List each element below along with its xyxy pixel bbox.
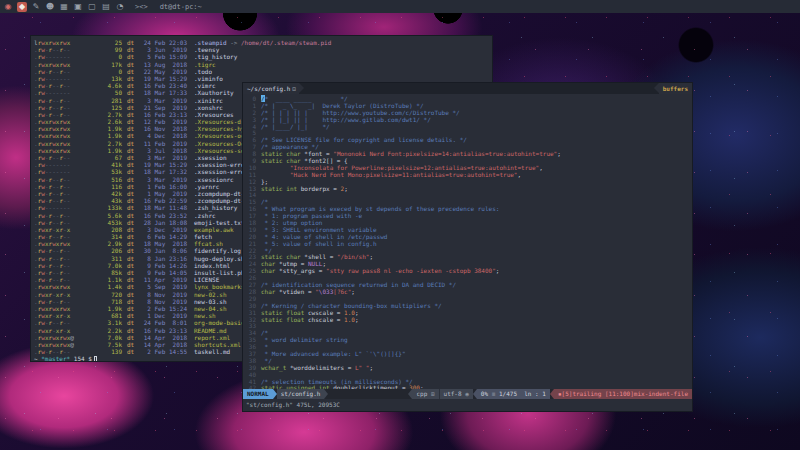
file-date: 9 Feb 14:26 — [141, 262, 187, 269]
file-owner: dt — [127, 68, 139, 75]
file-date: 3 Jun 2019 — [141, 46, 187, 53]
code-line: 32static float chscale = 1.0; — [243, 316, 692, 323]
layout-fish-symbol: ><> — [135, 3, 148, 11]
file-owner: dt — [127, 204, 139, 211]
folder-icon[interactable]: ▣ — [73, 2, 83, 12]
file-date: 8 Nov 2019 — [141, 298, 187, 305]
code-line: 9static char *font2[] = { — [243, 157, 692, 164]
file-date: 24 Feb 8:01 — [141, 319, 187, 326]
file-size: 314 — [73, 233, 122, 240]
file-name: .Xresources — [194, 111, 234, 118]
file-permissions: .rw-r--r-- — [34, 233, 73, 240]
file-date: 14 Apr 2018 — [141, 341, 187, 348]
file-permissions: .rw-r--r-- — [34, 197, 73, 204]
file-owner: dt — [127, 82, 139, 89]
code-line: 29 — [243, 295, 692, 302]
file-size: 41k — [73, 161, 122, 168]
file-permissions: .rwxrwxrwx — [34, 61, 73, 68]
user-icon[interactable]: ☻ — [45, 2, 55, 12]
file-owner: dt — [127, 168, 139, 175]
code-line: 35 * word delimiter string — [243, 336, 692, 343]
file-name: .todo — [194, 68, 212, 75]
code-area[interactable]: 0/* ____ _____ */1/* | _ \_ _| Derek Tay… — [243, 94, 692, 389]
file-permissions: .rw-r--r-- — [34, 46, 73, 53]
file-permissions: .rw-r--r-- — [34, 262, 73, 269]
file-date: 3 Mar 2019 — [141, 97, 187, 104]
file-size: 85k — [73, 269, 122, 276]
file-permissions: .rwxrwxrwx — [34, 283, 73, 290]
file-size: 1.1k — [73, 276, 122, 283]
file-size: 99 — [73, 46, 122, 53]
file-date: 21 Sep 2019 — [141, 104, 187, 111]
active-app-icon[interactable]: ◆ — [17, 2, 27, 12]
file-owner: dt — [127, 89, 139, 96]
file-owner: dt — [127, 283, 139, 290]
code-line: 22 */ — [243, 247, 692, 254]
file-size: 0 — [73, 53, 122, 60]
file-owner: dt — [127, 39, 139, 46]
file-permissions: .rw-r--r-- — [34, 68, 73, 75]
file-permissions: .rw------- — [34, 204, 73, 211]
symlink-target: /home/dt/.steam/steam.pid — [241, 39, 331, 46]
file-date: 12 Feb 2019 — [141, 118, 187, 125]
file-date: 3 Dec 2019 — [141, 226, 187, 233]
code-line: 24char *utmp = NULL; — [243, 260, 692, 267]
file-owner: dt — [127, 132, 139, 139]
top-bar: ◉◆✎☻▦▣▢▤◔ ><> dt@dt-pc:~ — [0, 0, 800, 13]
whitespace-warning: ▪[5]trailing [11:100]mix-indent-file — [554, 389, 692, 399]
file-name: hugo-deploy.sh — [194, 255, 245, 262]
code-line: 23static char *shell = "/bin/sh"; — [243, 253, 692, 260]
file-size: 1.9k — [73, 132, 122, 139]
pencil-icon[interactable]: ✎ — [31, 2, 41, 12]
file-size: 2.7k — [73, 140, 122, 147]
file-name: emoji-test.txt — [194, 219, 245, 226]
file-owner: dt — [127, 255, 139, 262]
code-line: 3/* | |_| || | http://www.gitlab.com/dwt… — [243, 116, 692, 123]
cursor-position-indicator: 0% ≡ 1/475 ln : 1 — [477, 389, 550, 399]
file-size: 50 — [73, 89, 122, 96]
prompt-git-branch: *master* — [41, 355, 70, 362]
tray-icon-record[interactable]: ◉ — [3, 2, 13, 12]
file-date: 1 May 2019 — [141, 190, 187, 197]
clock-icon[interactable]: ◔ — [115, 2, 125, 12]
code-line: 12}; — [243, 178, 692, 185]
file-date: 11 Apr 2019 — [141, 276, 187, 283]
file-row: .rw-r--r--99dt 3 Jun 2019.teensy — [34, 46, 492, 53]
file-size: 67 — [73, 154, 122, 161]
file-name: example.awk — [194, 226, 234, 233]
file-date: 16 Nov 2018 — [141, 125, 187, 132]
file-permissions: .rwxr-xr-x — [34, 291, 73, 298]
file-size: 0 — [73, 68, 122, 75]
file-name: .xinitrc — [194, 97, 223, 104]
file-date: 9 Feb 14:05 — [141, 269, 187, 276]
file-size: 2.9k — [73, 240, 122, 247]
file-size: 206 — [73, 247, 122, 254]
file-date: 30 Jan 8:06 — [141, 247, 187, 254]
file-date: 5 Sep 2019 — [141, 283, 187, 290]
vim-editor-terminal[interactable]: ~/s/config.h ⊡ buffers 0/* ____ _____ */… — [242, 82, 693, 412]
files-icon[interactable]: ▤ — [101, 2, 111, 12]
file-size: 516 — [73, 176, 122, 183]
symlink-arrow-icon: -> — [227, 39, 241, 46]
code-line: 8static char *font = "Mononoki Nerd Font… — [243, 150, 692, 157]
file-date: 18 May 2018 — [141, 240, 187, 247]
file-size: 2.6k — [73, 118, 122, 125]
buffers-tab[interactable]: buffers — [659, 83, 692, 94]
code-line: 30/* Kerning / character bounding-box mu… — [243, 302, 692, 309]
file-permissions: .rw-r--r-- — [34, 97, 73, 104]
file-owner: dt — [127, 212, 139, 219]
tab-config-h[interactable]: ~/s/config.h ⊡ — [243, 83, 299, 94]
file-date: 16 Feb 23:40 — [141, 82, 187, 89]
code-line: 17 * 1: program passed with -e — [243, 212, 692, 219]
file-owner: dt — [127, 348, 139, 355]
file-row: .rw-------0dt 5 Feb 15:09.tig_history — [34, 53, 492, 60]
image-icon[interactable]: ▦ — [59, 2, 69, 12]
file-permissions: .rw------- — [34, 75, 73, 82]
encoding-indicator: utf-8 ◉ — [439, 389, 473, 399]
file-permissions: .rwxrwxrwx — [34, 140, 73, 147]
file-size: 139 — [73, 348, 122, 355]
file-name: .zshrc — [194, 212, 216, 219]
file-size: 2.7k — [73, 111, 122, 118]
file-name: .vimrc — [194, 82, 216, 89]
window-icon[interactable]: ▢ — [87, 2, 97, 12]
